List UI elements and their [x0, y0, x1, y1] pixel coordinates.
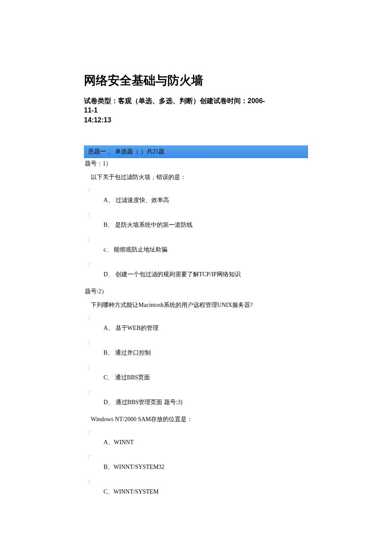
option-row: 「 A、WINNT — [84, 431, 308, 446]
option-row: 「 C、WINNT/SYSTEM — [84, 480, 308, 496]
option-row: 「 A、 过滤速度快、效率高 — [84, 189, 308, 204]
bracket-icon: 「 — [84, 431, 89, 439]
option-row: 「 D、 创建一个包过滤的规则需要了解TCP/IP网络知识 — [84, 263, 308, 278]
bracket-icon: 「 — [84, 341, 89, 349]
option-row: 「 B、 是防火墙系统中的第一道防线 — [84, 214, 308, 229]
bracket-icon: 「 — [84, 317, 89, 324]
question-stem: 以下关于包过滤防火墙，错误的是： — [84, 173, 308, 181]
option-text: C、WINNT/SYSTEM — [98, 480, 159, 496]
section-header: 恶题一 、 单选题（ ）共25题 — [84, 145, 308, 158]
option-row: 「 c、 能彻底防止地址欺骗 — [84, 238, 308, 254]
option-text: B、 通过并口控制 — [98, 341, 151, 357]
option-text: A、WINNT — [98, 431, 134, 446]
option-text: C、 通过BBS页面 — [98, 366, 150, 382]
question-stem: 下列哪种方式能让Macintosh系统的用户远程管理UNIX服务器? — [84, 301, 308, 309]
meta-line-1: 试卷类型：客观（单选、多选、判断）创建试卷时间：2006- — [84, 96, 308, 106]
bracket-icon: 「 — [84, 214, 89, 221]
bracket-icon: 「 — [84, 238, 89, 246]
option-text: B、 是防火墙系统中的第一道防线 — [98, 214, 193, 229]
option-text: A、 过滤速度快、效率高 — [98, 189, 169, 204]
option-text: D、 创建一个包过滤的规则需要了解TCP/IP网络知识 — [98, 263, 241, 278]
option-text: B、WINNT/SYSTEM32 — [98, 456, 164, 471]
option-row: 「 C、 通过BBS页面 — [84, 366, 308, 382]
option-row: 「 B、WINNT/SYSTEM32 — [84, 456, 308, 471]
question-number: 题号:2） — [84, 288, 308, 295]
exam-title: 网络安全基础与防火墙 — [84, 72, 308, 89]
document-content: 网络安全基础与防火墙 试卷类型：客观（单选、多选、判断）创建试卷时间：2006-… — [0, 72, 392, 496]
meta-line-3: 14:12:13 — [84, 116, 308, 125]
question-stem: Windows NT/2000 SAM存放的位置是： — [84, 416, 308, 423]
bracket-icon: 「 — [84, 366, 89, 374]
bracket-icon: 「 — [84, 189, 89, 197]
exam-meta: 试卷类型：客观（单选、多选、判断）创建试卷时间：2006- 11-1 14:12… — [84, 96, 308, 125]
bracket-icon: 「 — [84, 391, 89, 399]
option-text: A、 基于WEB的管理 — [98, 317, 159, 332]
option-row: 「 A、 基于WEB的管理 — [84, 317, 308, 332]
bracket-icon: 「 — [84, 456, 89, 463]
meta-line-2: 11-1 — [84, 106, 308, 115]
option-row: 「 D、 通过BBS管理页面 题号:3) — [84, 391, 308, 406]
question-number: 题号：1） — [84, 160, 308, 168]
option-row: 「 B、 通过并口控制 — [84, 341, 308, 357]
bracket-icon: 「 — [84, 480, 89, 488]
option-text: c、 能彻底防止地址欺骗 — [98, 238, 167, 254]
bracket-icon: 「 — [84, 263, 89, 271]
option-text: D、 通过BBS管理页面 题号:3) — [98, 391, 182, 406]
